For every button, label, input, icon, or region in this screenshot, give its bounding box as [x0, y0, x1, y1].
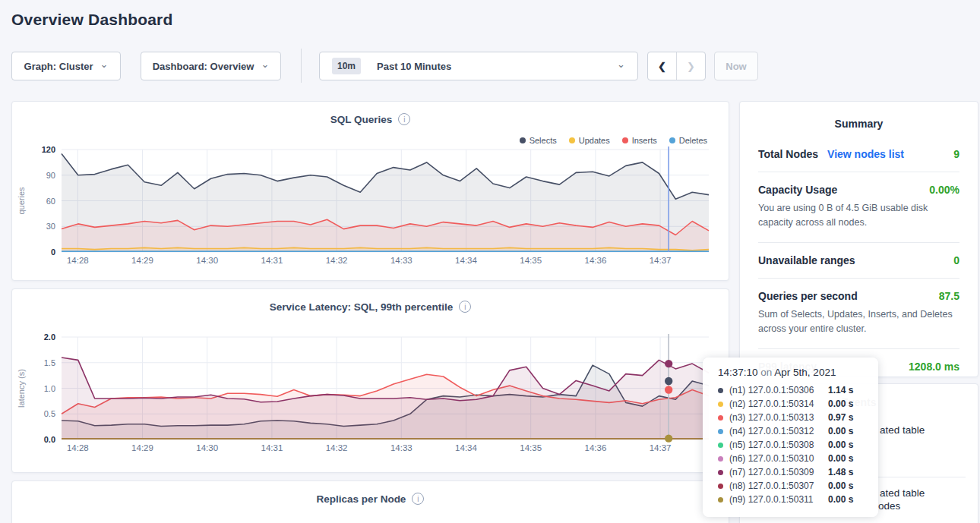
svg-text:14:32: 14:32 [326, 443, 348, 452]
tooltip-node-value: 0.00 s [828, 440, 853, 450]
replicas-title: Replicas per Node i [12, 493, 729, 505]
svg-text:14:31: 14:31 [261, 443, 283, 452]
total-nodes-value: 9 [953, 148, 959, 160]
tooltip-node-value: 0.00 s [828, 480, 853, 491]
svg-text:14:33: 14:33 [390, 256, 413, 265]
chart-title-text: Replicas per Node [317, 493, 406, 505]
tooltip-node-row: (n5) 127.0.0.1:503080.00 s [718, 438, 878, 452]
overview-dashboard-page: Overview Dashboard Graph: Cluster ⌄ Dash… [0, 0, 980, 523]
tooltip-on: on [758, 367, 775, 378]
tooltip-rows: (n1) 127.0.0.1:503061.14 s(n2) 127.0.0.1… [718, 383, 878, 506]
chart-hover-tooltip: 14:37:10 on Apr 5th, 2021 (n1) 127.0.0.1… [703, 358, 878, 517]
qps-value: 87.5 [939, 290, 959, 302]
tooltip-node-row: (n1) 127.0.0.1:503061.14 s [718, 383, 878, 397]
svg-text:0.0: 0.0 [44, 435, 55, 444]
series-dot-icon [718, 497, 723, 503]
series-dot-icon [718, 456, 723, 462]
tooltip-node-value: 0.00 s [828, 494, 853, 505]
summary-divider [758, 348, 959, 349]
svg-text:14:30: 14:30 [196, 443, 218, 452]
tooltip-node-name: (n2) 127.0.0.1:50314 [729, 399, 828, 409]
chart-title-text: Service Latency: SQL, 99th percentile [270, 301, 454, 313]
svg-text:14:34: 14:34 [455, 256, 477, 265]
tooltip-node-row: (n6) 127.0.0.1:503100.00 s [718, 452, 878, 465]
svg-text:14:35: 14:35 [520, 256, 542, 265]
time-range-selector[interactable]: 10m Past 10 Minutes ⌄ [319, 52, 638, 80]
time-range-label: Past 10 Minutes [377, 61, 451, 72]
service-latency-card: Service Latency: SQL, 99th percentile i … [11, 288, 729, 473]
chart-title-text: SQL Queries [330, 114, 393, 125]
qps-subtext: Sum of Selects, Updates, Inserts, and De… [758, 307, 959, 337]
svg-text:14:28: 14:28 [67, 256, 89, 265]
summary-divider [758, 242, 959, 243]
tooltip-node-name: (n1) 127.0.0.1:50306 [729, 385, 828, 395]
unavailable-ranges-label: Unavailable ranges [758, 254, 855, 266]
svg-text:120: 120 [42, 145, 55, 154]
series-dot-icon [718, 443, 723, 448]
summary-divider [758, 278, 959, 279]
chevron-down-icon: ⌄ [100, 61, 109, 68]
svg-text:14:31: 14:31 [261, 256, 283, 265]
summary-divider [758, 172, 959, 172]
tooltip-time: 14:37:10 [718, 367, 758, 378]
toolbar-divider [301, 49, 302, 83]
tooltip-node-row: (n7) 127.0.0.1:503091.48 s [718, 465, 878, 479]
total-nodes-label: Total Nodes [758, 148, 818, 160]
graph-dropdown[interactable]: Graph: Cluster ⌄ [11, 52, 121, 80]
now-button[interactable]: Now [714, 52, 758, 80]
capacity-subtext: You are using 0 B of 4.5 GiB usable disk… [758, 201, 959, 231]
series-dot-icon [718, 484, 723, 489]
series-dot-icon [718, 470, 723, 475]
chevron-down-icon: ⌄ [261, 61, 269, 68]
sql-queries-chart[interactable]: 14:2814:2914:3014:3114:3214:3314:3414:35… [12, 142, 730, 273]
svg-text:14:33: 14:33 [390, 443, 413, 452]
svg-text:0.5: 0.5 [44, 409, 55, 418]
svg-text:14:37: 14:37 [650, 443, 672, 452]
page-title: Overview Dashboard [11, 11, 173, 29]
service-latency-chart[interactable]: 14:2814:2914:3014:3114:3214:3314:3414:35… [12, 329, 730, 460]
qps-label: Queries per second [758, 290, 858, 302]
dashboard-dropdown[interactable]: Dashboard: Overview ⌄ [141, 52, 281, 80]
capacity-value: 0.00% [929, 184, 959, 196]
info-icon[interactable]: i [398, 113, 410, 125]
tooltip-node-row: (n9) 127.0.0.1:503110.00 s [718, 493, 878, 506]
graph-dropdown-label: Graph: Cluster [24, 61, 93, 72]
total-nodes-row: Total Nodes View nodes list 9 [758, 148, 959, 160]
svg-text:queries: queries [17, 187, 26, 215]
tooltip-node-name: (n6) 127.0.0.1:50310 [729, 453, 828, 464]
tooltip-node-value: 0.00 s [828, 453, 853, 464]
svg-text:14:35: 14:35 [520, 443, 542, 452]
series-dot-icon [718, 415, 723, 421]
capacity-row: Capacity Usage 0.00% [758, 184, 959, 196]
tooltip-node-row: (n2) 127.0.0.1:503140.00 s [718, 397, 878, 411]
info-icon[interactable]: i [459, 301, 471, 313]
tooltip-node-value: 0.00 s [828, 399, 853, 409]
summary-title: Summary [758, 118, 959, 130]
tooltip-node-value: 1.48 s [828, 467, 853, 477]
tooltip-node-row: (n4) 127.0.0.1:503120.00 s [718, 424, 878, 438]
service-latency-title: Service Latency: SQL, 99th percentile i [12, 301, 729, 313]
tooltip-date: Apr 5th, 2021 [774, 367, 836, 378]
svg-text:14:34: 14:34 [455, 443, 477, 452]
replicas-per-node-card: Replicas per Node i [11, 480, 729, 523]
svg-text:14:29: 14:29 [131, 443, 153, 452]
time-nav-group: ❮ ❯ [647, 52, 706, 80]
tooltip-timestamp: 14:37:10 on Apr 5th, 2021 [718, 367, 878, 378]
svg-text:60: 60 [46, 197, 55, 206]
time-next-button[interactable]: ❯ [677, 52, 705, 80]
tooltip-node-name: (n9) 127.0.0.1:50311 [729, 494, 828, 505]
svg-text:14:36: 14:36 [585, 256, 607, 265]
tooltip-node-value: 0.00 s [828, 426, 853, 436]
time-prev-button[interactable]: ❮ [648, 52, 677, 80]
view-nodes-list-link[interactable]: View nodes list [827, 148, 904, 160]
svg-text:1.0: 1.0 [44, 384, 55, 393]
sql-queries-title: SQL Queries i [12, 113, 729, 125]
series-dot-icon [718, 388, 723, 393]
svg-text:14:30: 14:30 [196, 256, 218, 265]
time-range-badge: 10m [332, 58, 361, 74]
svg-text:latency (s): latency (s) [17, 369, 26, 408]
event-text-fragment: ated table [880, 487, 925, 499]
svg-text:14:32: 14:32 [326, 256, 348, 265]
dashboard-dropdown-label: Dashboard: Overview [153, 61, 254, 72]
info-icon[interactable]: i [412, 493, 424, 505]
